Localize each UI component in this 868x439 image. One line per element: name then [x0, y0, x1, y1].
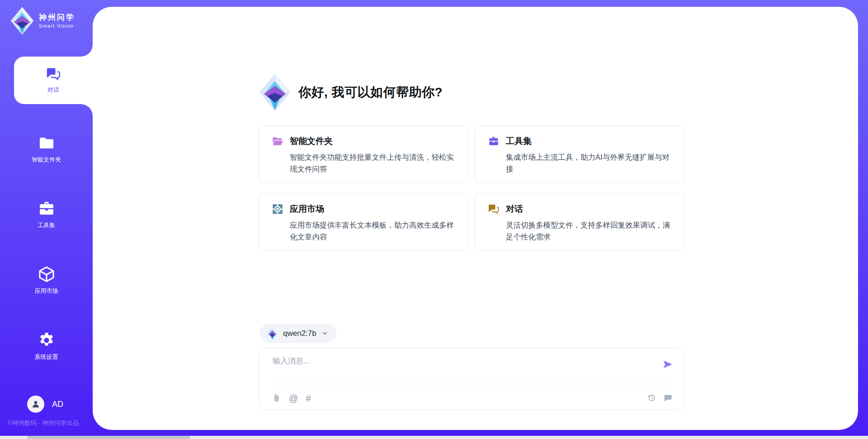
sidebar: 神州问学 Smart Vision 对话 智能文件夹: [0, 0, 93, 439]
mention-icon[interactable]: @: [289, 394, 298, 403]
brand-diamond-icon: [10, 6, 34, 35]
card-description: 智能文件夹功能支持批量文件上传与清洗，轻松实现文件问答: [290, 151, 457, 175]
sidebar-item-toolset[interactable]: 工具集: [0, 200, 93, 229]
model-name: qwen2:7b: [283, 329, 316, 338]
cube-icon: [38, 265, 56, 283]
card-chat[interactable]: 对话 灵活切换多模型文件，支持多样回复效果调试，满足个性化需求: [475, 193, 684, 251]
card-app-market[interactable]: 应用市场 应用市场提供丰富长文本模板，助力高效生成多样化文章内容: [259, 193, 468, 251]
app-window: 神州问学 Smart Vision 对话 智能文件夹: [0, 0, 868, 439]
sidebar-item-label: 工具集: [38, 221, 55, 229]
attachment-icon[interactable]: [272, 393, 281, 403]
card-title: 智能文件夹: [290, 135, 333, 147]
briefcase-icon: [38, 200, 56, 218]
user-name: AD: [52, 400, 63, 409]
brand-diamond-icon: [259, 73, 291, 112]
brand-logo: 神州问学 Smart Vision: [10, 6, 75, 35]
chat-icon: [488, 204, 500, 215]
copyright-text: ©神州数码 · 神州问学出品: [8, 419, 79, 427]
horizontal-scrollbar[interactable]: [0, 436, 868, 439]
card-title: 对话: [506, 203, 523, 215]
sidebar-item-app-market[interactable]: 应用市场: [0, 265, 93, 295]
sidebar-item-label: 对话: [47, 86, 59, 94]
brand-name: 神州问学: [39, 13, 75, 22]
card-description: 灵活切换多模型文件，支持多样回复效果调试，满足个性化需求: [506, 219, 673, 243]
message-composer: @ #: [259, 348, 684, 410]
briefcase-icon: [488, 135, 500, 147]
send-button[interactable]: [662, 358, 674, 370]
greeting-title: 你好, 我可以如何帮助你?: [298, 84, 443, 101]
chat-icon: [46, 67, 61, 82]
sidebar-item-label: 应用市场: [35, 287, 58, 295]
card-smart-folder[interactable]: 智能文件夹 智能文件夹功能支持批量文件上传与清洗，轻松实现文件问答: [259, 125, 468, 183]
card-description: 应用市场提供丰富长文本模板，助力高效生成多样化文章内容: [290, 219, 457, 243]
chevron-down-icon: [321, 330, 328, 337]
sidebar-item-smart-folder[interactable]: 智能文件夹: [0, 134, 93, 164]
card-title: 应用市场: [290, 203, 324, 215]
message-input[interactable]: [272, 355, 644, 382]
model-selector[interactable]: qwen2:7b: [260, 324, 336, 343]
feature-cards: 智能文件夹 智能文件夹功能支持批量文件上传与清洗，轻松实现文件问答 工具集: [259, 125, 684, 251]
card-description: 集成市场上主流工具，助力AI与外界无缝扩展与对接: [506, 151, 673, 175]
user-account[interactable]: AD: [27, 396, 63, 413]
sidebar-item-label: 智能文件夹: [32, 156, 61, 164]
gear-icon: [38, 331, 56, 349]
main-panel: 你好, 我可以如何帮助你? 智能文件夹 智能文件夹功能支持批量文件上传与清洗，轻…: [93, 7, 858, 430]
composer-divider: [269, 384, 673, 384]
brand-subtitle: Smart Vision: [39, 23, 75, 29]
content-column: 你好, 我可以如何帮助你? 智能文件夹 智能文件夹功能支持批量文件上传与清洗，轻…: [259, 7, 684, 430]
brand-diamond-icon: [267, 327, 278, 340]
sidebar-item-settings[interactable]: 系统设置: [0, 331, 93, 361]
greeting: 你好, 我可以如何帮助你?: [259, 73, 443, 112]
card-toolset[interactable]: 工具集 集成市场上主流工具，助力AI与外界无缝扩展与对接: [475, 125, 684, 183]
history-icon[interactable]: [647, 393, 656, 403]
avatar: [27, 396, 44, 413]
apps-grid-icon: [272, 203, 283, 215]
sidebar-item-chat[interactable]: 对话: [14, 57, 93, 104]
scrollbar-thumb[interactable]: [27, 436, 190, 439]
sidebar-item-label: 系统设置: [35, 353, 58, 361]
chat-bubble-icon[interactable]: [663, 393, 673, 403]
card-title: 工具集: [506, 135, 532, 147]
hash-icon[interactable]: #: [306, 394, 311, 403]
folder-icon: [38, 134, 56, 152]
folder-open-icon: [272, 135, 283, 147]
